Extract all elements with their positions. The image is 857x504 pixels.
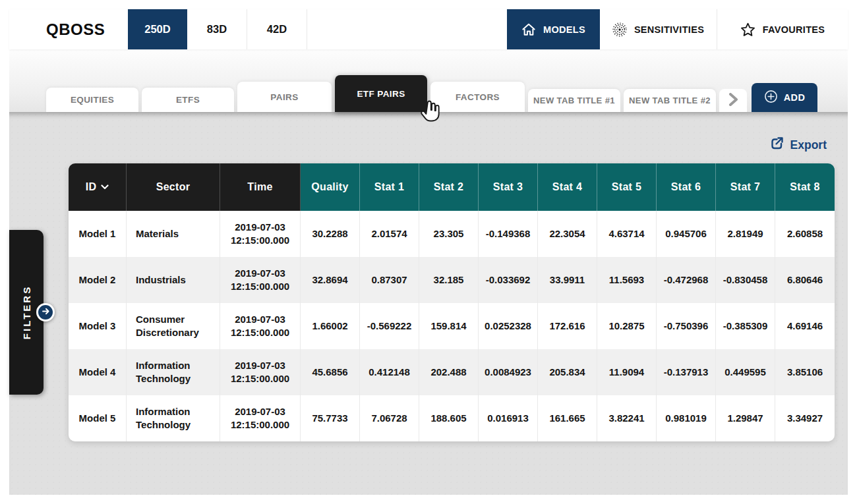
sensitivities-icon [612, 22, 627, 37]
cell-quality: 45.6856 [301, 349, 360, 395]
filters-panel: FILTERS [9, 230, 44, 395]
cell-stat-6: -0.750396 [657, 303, 716, 349]
tab-factors[interactable]: FACTORS [430, 82, 525, 112]
filters-label: FILTERS [21, 285, 32, 339]
export-button[interactable]: Export [769, 136, 827, 155]
column-header-stat-6[interactable]: Stat 6 [657, 163, 716, 211]
tab-etf-pairs[interactable]: ETF PAIRS [335, 75, 427, 112]
arrow-right-icon [41, 306, 51, 318]
cell-stat-6: 0.981019 [657, 395, 716, 441]
chevron-right-icon [728, 93, 738, 109]
table-row-model-2[interactable]: Model 2Industrials2019-07-03 12:15:00.00… [69, 257, 835, 303]
cell-stat-8: 3.34927 [775, 395, 835, 441]
nav-item-label: MODELS [543, 24, 585, 35]
column-header-stat-5[interactable]: Stat 5 [597, 163, 657, 211]
cell-stat-2: 188.605 [419, 395, 479, 441]
column-label: Stat 4 [552, 181, 582, 193]
table-row-model-3[interactable]: Model 3Consumer Discretionary2019-07-03 … [69, 303, 835, 349]
cell-stat-4: 33.9911 [538, 257, 597, 303]
app-window: QBOSS 250D83D42D MODELSSENSITIVITIESFAVO… [0, 0, 857, 504]
cell-sector: Information Technology [127, 395, 220, 441]
column-header-stat-4[interactable]: Stat 4 [538, 163, 597, 211]
cell-stat-6: -0.472968 [657, 257, 716, 303]
cell-time: 2019-07-03 12:15:00.000 [220, 349, 301, 395]
column-header-stat-7[interactable]: Stat 7 [716, 163, 775, 211]
column-header-sector[interactable]: Sector [127, 163, 220, 211]
table-header-row: IDSectorTimeQualityStat 1Stat 2Stat 3Sta… [69, 163, 835, 211]
cell-stat-3: -0.149368 [479, 211, 538, 257]
tab-equities[interactable]: EQUITIES [46, 88, 138, 112]
cell-stat-4: 172.616 [538, 303, 597, 349]
period-tab-250d[interactable]: 250D [128, 9, 187, 49]
column-header-quality[interactable]: Quality [301, 163, 360, 211]
cell-stat-7: 0.449595 [716, 349, 775, 395]
cell-stat-7: 1.29847 [716, 395, 775, 441]
tabs-scroll-right-button[interactable] [719, 89, 747, 112]
tab-new-tab-title-1[interactable]: NEW TAB TITLE #1 [528, 89, 620, 112]
cell-stat-5: 4.63714 [597, 211, 657, 257]
period-tab-group: 250D83D42D [128, 9, 307, 49]
nav-item-sensitivities[interactable]: SENSITIVITIES [600, 9, 717, 49]
plus-circle-icon [764, 90, 778, 105]
nav-item-favourites[interactable]: FAVOURITES [717, 9, 848, 49]
cell-stat-5: 3.82241 [597, 395, 657, 441]
cell-stat-3: -0.033692 [479, 257, 538, 303]
column-label: Stat 6 [671, 181, 701, 193]
cell-stat-2: 32.185 [419, 257, 479, 303]
cell-time: 2019-07-03 12:15:00.000 [220, 303, 301, 349]
table-row-model-5[interactable]: Model 5Information Technology2019-07-03 … [69, 395, 835, 441]
cell-stat-1: 7.06728 [360, 395, 419, 441]
column-label: Stat 8 [790, 181, 819, 193]
column-header-stat-2[interactable]: Stat 2 [419, 163, 479, 211]
column-header-stat-1[interactable]: Stat 1 [360, 163, 419, 211]
cell-stat-1: 2.01574 [360, 211, 419, 257]
column-label: Quality [311, 181, 348, 193]
column-label: Stat 1 [374, 181, 404, 193]
page-tab-strip: EQUITIESETFSPAIRSETF PAIRSFACTORSNEW TAB… [9, 49, 848, 112]
cell-stat-7: -0.830458 [716, 257, 775, 303]
cell-stat-8: 2.60858 [775, 211, 835, 257]
cell-id: Model 1 [69, 211, 127, 257]
cell-sector: Information Technology [127, 349, 220, 395]
cell-stat-4: 22.3054 [538, 211, 597, 257]
cell-stat-6: 0.945706 [657, 211, 716, 257]
content-area: Export IDSectorTimeQualityStat 1Stat 2St… [9, 112, 848, 495]
cell-sector: Consumer Discretionary [127, 303, 220, 349]
period-tab-83d[interactable]: 83D [187, 9, 247, 49]
cell-stat-7: 2.81949 [716, 211, 775, 257]
filters-expand-button[interactable] [36, 303, 55, 322]
cell-quality: 32.8694 [301, 257, 360, 303]
cell-id: Model 3 [69, 303, 127, 349]
period-tab-42d[interactable]: 42D [247, 9, 307, 49]
table-row-model-4[interactable]: Model 4Information Technology2019-07-03 … [69, 349, 835, 395]
main-nav: MODELSSENSITIVITIESFAVOURITES [507, 9, 848, 49]
column-header-stat-8[interactable]: Stat 8 [775, 163, 835, 211]
column-label: Sector [156, 181, 191, 193]
tab-new-tab-title-2[interactable]: NEW TAB TITLE #2 [624, 89, 716, 112]
cell-stat-8: 6.80646 [775, 257, 835, 303]
cell-time: 2019-07-03 12:15:00.000 [220, 395, 301, 441]
cell-quality: 75.7733 [301, 395, 360, 441]
table-row-model-1[interactable]: Model 1Materials2019-07-03 12:15:00.0003… [69, 211, 835, 257]
add-tab-button[interactable]: ADD [752, 83, 817, 112]
export-label: Export [790, 138, 827, 152]
nav-item-models[interactable]: MODELS [507, 9, 600, 49]
tab-pairs[interactable]: PAIRS [237, 82, 332, 112]
tab-etfs[interactable]: ETFS [142, 88, 234, 112]
cell-stat-2: 159.814 [419, 303, 479, 349]
cell-time: 2019-07-03 12:15:00.000 [220, 211, 301, 257]
top-bar: QBOSS 250D83D42D MODELSSENSITIVITIESFAVO… [9, 9, 848, 49]
cell-time: 2019-07-03 12:15:00.000 [220, 257, 301, 303]
column-header-id[interactable]: ID [69, 163, 127, 211]
nav-item-label: SENSITIVITIES [634, 24, 704, 35]
page-tab-group: EQUITIESETFSPAIRSETF PAIRSFACTORSNEW TAB… [46, 75, 716, 112]
export-icon [769, 136, 784, 155]
column-header-time[interactable]: Time [220, 163, 301, 211]
cell-stat-3: 0.016913 [479, 395, 538, 441]
cell-stat-1: 0.412148 [360, 349, 419, 395]
cell-quality: 1.66002 [301, 303, 360, 349]
cell-stat-1: -0.569222 [360, 303, 419, 349]
column-header-stat-3[interactable]: Stat 3 [479, 163, 538, 211]
column-label: Stat 2 [434, 181, 463, 193]
cell-stat-6: -0.137913 [657, 349, 716, 395]
